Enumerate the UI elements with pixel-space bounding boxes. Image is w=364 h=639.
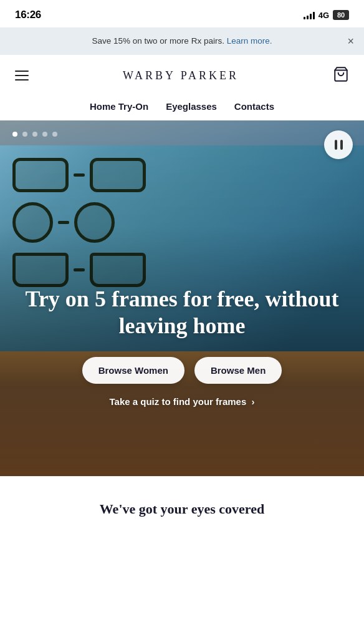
hero-headline: Try on 5 frames for free, without leavin… — [15, 286, 349, 339]
quiz-link[interactable]: Take a quiz to find your frames › — [110, 396, 255, 407]
carousel-dot-1[interactable] — [12, 132, 17, 137]
bottom-headline: We've got your eyes covered — [12, 501, 352, 517]
battery-badge: 80 — [333, 10, 349, 20]
signal-icon — [304, 11, 315, 19]
hero-content: Try on 5 frames for free, without leavin… — [0, 286, 364, 407]
hamburger-menu-button[interactable] — [12, 68, 31, 83]
nav-item-eyeglasses[interactable]: Eyeglasses — [166, 101, 217, 112]
carousel-dot-2[interactable] — [22, 132, 27, 137]
brand-logo: WARBY PARKER — [123, 69, 239, 82]
nav-bar: Home Try-On Eyeglasses Contacts — [0, 96, 364, 120]
network-label: 4G — [318, 11, 329, 20]
banner-link[interactable]: Learn more. — [227, 36, 272, 46]
hero-section: Try on 5 frames for free, without leavin… — [0, 120, 364, 476]
carousel-dots — [12, 132, 57, 137]
promo-banner: Save 15% on two or more Rx pairs. Learn … — [0, 27, 364, 55]
header: WARBY PARKER — [0, 55, 364, 96]
quiz-chevron: › — [251, 396, 254, 407]
browse-women-button[interactable]: Browse Women — [82, 357, 184, 384]
cart-button[interactable] — [330, 64, 352, 87]
carousel-dot-3[interactable] — [32, 132, 37, 137]
pause-icon — [335, 140, 343, 150]
browse-men-button[interactable]: Browse Men — [194, 357, 282, 384]
carousel-dot-5[interactable] — [52, 132, 57, 137]
status-icons: 4G 80 — [304, 10, 349, 20]
nav-item-home-try-on[interactable]: Home Try-On — [90, 101, 148, 112]
banner-close-button[interactable]: × — [347, 36, 354, 47]
status-bar: 16:26 4G 80 — [0, 0, 364, 27]
browse-buttons: Browse Women Browse Men — [15, 357, 349, 384]
bottom-section: We've got your eyes covered — [0, 476, 364, 542]
status-time: 16:26 — [15, 9, 41, 21]
carousel-dot-4[interactable] — [42, 132, 47, 137]
nav-item-contacts[interactable]: Contacts — [234, 101, 274, 112]
pause-button[interactable] — [324, 130, 353, 159]
banner-text: Save 15% on two or more Rx pairs. Learn … — [25, 35, 339, 47]
